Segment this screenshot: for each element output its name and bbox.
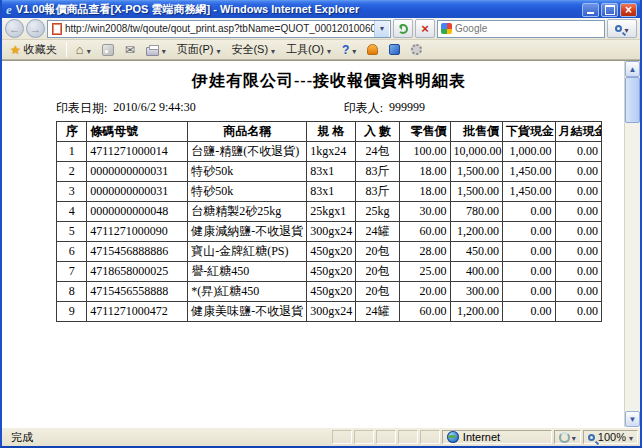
table-cell: 20包 (355, 282, 399, 302)
table-cell: 100.00 (400, 142, 450, 162)
status-segment (376, 430, 396, 444)
table-cell: 健康美味鹽-不收退貨 (188, 302, 307, 322)
table-cell: 83x1 (307, 182, 355, 202)
table-cell: 83斤 (355, 162, 399, 182)
scrollbar-thumb[interactable] (625, 77, 640, 123)
stop-button[interactable]: × (415, 19, 435, 38)
table-cell: 1,200.00 (450, 222, 502, 242)
url-input[interactable] (65, 23, 374, 34)
feeds-button[interactable] (98, 41, 118, 58)
addon-tool-3[interactable] (407, 41, 426, 58)
table-cell: 1,450.00 (503, 182, 555, 202)
addon-tool-1[interactable] (363, 41, 382, 58)
home-button[interactable] (72, 41, 95, 58)
page-menu-label: 页面(P) (177, 42, 214, 57)
refresh-button[interactable] (393, 19, 413, 38)
address-dropdown-button[interactable] (374, 21, 389, 37)
zone-label: Internet (463, 431, 500, 443)
table-cell: 4718658000025 (87, 262, 188, 282)
table-row: 74718658000025譽-紅糖450450gx2020包25.00400.… (57, 262, 602, 282)
table-cell: 0000000000031 (87, 182, 188, 202)
tools-menu[interactable]: 工具(O) (282, 41, 335, 58)
table-cell: 1kgx24 (307, 142, 355, 162)
forward-button[interactable]: → (26, 19, 45, 38)
internet-globe-icon (447, 431, 459, 443)
scroll-down-button[interactable]: ▼ (625, 411, 640, 427)
help-icon (342, 43, 349, 57)
column-header: 序 (57, 122, 87, 142)
search-input[interactable] (455, 23, 604, 34)
help-menu[interactable] (338, 41, 360, 58)
table-cell: 60.00 (400, 222, 450, 242)
window-title: V1.00報價商品查看[X-POS 雲端商務網] - Windows Inter… (16, 2, 580, 17)
table-cell: 1,000.00 (503, 142, 555, 162)
column-header: 商品名稱 (188, 122, 307, 142)
web-page: 伊娃有限公司---接收報價資料明細表 印表日期: 2010/6/2 9:44:3… (2, 61, 624, 427)
browser-window: e V1.00報價商品查看[X-POS 雲端商務網] - Windows Int… (0, 0, 642, 448)
column-header: 批售價 (450, 122, 502, 142)
dropdown-arrow-icon (572, 431, 576, 443)
status-segment (420, 430, 440, 444)
table-cell: 450gx20 (307, 282, 355, 302)
read-mail-button[interactable] (121, 41, 139, 58)
search-box[interactable] (437, 20, 605, 38)
dropdown-arrow-icon (629, 431, 633, 443)
back-button[interactable]: ← (5, 19, 24, 38)
table-cell: 20包 (355, 242, 399, 262)
print-date-label: 印表日期: (56, 100, 107, 117)
table-cell: 7 (57, 262, 87, 282)
blue-tool-icon (389, 44, 400, 55)
page-zoom-status-button[interactable] (554, 430, 581, 444)
table-cell: 18.00 (400, 182, 450, 202)
table-cell: 25kgx1 (307, 202, 355, 222)
dropdown-arrow-icon (271, 44, 275, 56)
scrollbar-track[interactable] (625, 77, 640, 411)
column-header: 零售價 (400, 122, 450, 142)
minimize-button[interactable] (582, 3, 599, 17)
ie-logo-icon: e (6, 3, 12, 17)
table-cell: 4 (57, 202, 87, 222)
maximize-button[interactable] (601, 3, 618, 17)
table-row: 20000000000031特砂50k83x183斤18.001,500.001… (57, 162, 602, 182)
status-segment (398, 430, 418, 444)
table-cell: 譽-紅糖450 (188, 262, 307, 282)
table-cell: 9 (57, 302, 87, 322)
table-cell: 25kg (355, 202, 399, 222)
command-bar: 收藏夹 页面(P) 安全(S) 工具(O) (2, 40, 640, 60)
print-meta-row: 印表日期: 2010/6/2 9:44:30 印表人: 999999 (56, 100, 602, 121)
table-cell: 10,000.00 (450, 142, 502, 162)
table-row: 40000000000048台糖精製2砂25kg25kgx125kg30.007… (57, 202, 602, 222)
search-go-button[interactable] (607, 19, 637, 38)
column-header: 規 格 (307, 122, 355, 142)
table-cell: 0.00 (555, 202, 602, 222)
table-cell: 0.00 (503, 302, 555, 322)
table-cell: 4715456558888 (87, 282, 188, 302)
table-cell: 2 (57, 162, 87, 182)
quote-table-body: 14711271000014台鹽-精鹽(不收退貨)1kgx2424包100.00… (57, 142, 602, 322)
favorites-button[interactable]: 收藏夹 (6, 41, 61, 58)
address-field[interactable] (47, 20, 391, 38)
addon-tool-2[interactable] (385, 41, 404, 58)
printed-by-value: 999999 (389, 100, 425, 117)
dropdown-arrow-icon (162, 44, 166, 56)
close-button[interactable] (620, 3, 637, 17)
zoom-level: 100% (598, 431, 626, 443)
printed-by-label: 印表人: (344, 100, 383, 117)
favorites-star-icon (10, 43, 21, 57)
page-menu[interactable]: 页面(P) (173, 41, 225, 58)
table-cell: 0.00 (503, 282, 555, 302)
zoom-level-button[interactable]: 100% (583, 430, 638, 444)
table-cell: 400.00 (450, 262, 502, 282)
table-cell: 4711271000014 (87, 142, 188, 162)
security-zone-panel: Internet (442, 430, 552, 444)
table-cell: 25.00 (400, 262, 450, 282)
print-button[interactable] (142, 41, 170, 58)
table-cell: 台糖精製2砂25kg (188, 202, 307, 222)
safety-menu[interactable]: 安全(S) (227, 41, 279, 58)
vertical-scrollbar[interactable]: ▲ ▼ (624, 61, 640, 427)
quote-table: 序條碼母號商品名稱規 格入 數零售價批售價下貨現金月結現金 1471127100… (56, 121, 602, 322)
table-cell: 20.00 (400, 282, 450, 302)
scroll-up-button[interactable]: ▲ (625, 61, 640, 77)
table-row: 30000000000031特砂50k83x183斤18.001,500.001… (57, 182, 602, 202)
table-cell: 寶山-金牌紅糖(PS) (188, 242, 307, 262)
